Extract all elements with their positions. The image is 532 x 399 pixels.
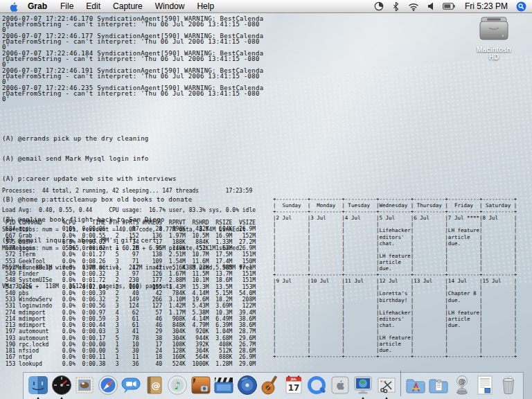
bluetooth-icon	[392, 1, 400, 12]
menu-bar: Grab File Edit Capture Window Help	[0, 0, 532, 13]
itunes-cd-icon: ♪	[166, 374, 188, 396]
mail-stamp-icon	[73, 374, 96, 396]
applications-folder-icon	[405, 374, 427, 396]
dock-item-trash[interactable]	[497, 374, 520, 396]
log-entry: 2006-07-07 17:22:46.235 SyndicationAgent…	[2, 85, 266, 102]
dock-item-system-preferences[interactable]	[329, 374, 351, 396]
dock-item-documents-folder[interactable]	[427, 374, 450, 396]
menu-clock[interactable]: Fri 5:23 PM	[459, 1, 513, 11]
menu-help[interactable]: Help	[190, 1, 220, 11]
dock-item-imovie[interactable]	[213, 374, 235, 396]
trash-full-icon	[497, 374, 520, 396]
dock-item-iphoto[interactable]	[190, 374, 212, 396]
quicktime-q-icon	[305, 374, 328, 396]
ichat-bubble-icon	[120, 374, 142, 396]
idvd-disc-icon	[236, 374, 258, 396]
dock-item-safari[interactable]	[97, 374, 119, 396]
document-icon	[474, 374, 496, 396]
grab-scissors-icon	[375, 374, 398, 396]
monitor-globe-icon	[352, 374, 374, 396]
dock-divider	[400, 371, 401, 396]
stats-line: Processes: 44 total, 2 running, 42 sleep…	[2, 188, 256, 194]
svg-text:JUL: JUL	[290, 378, 296, 381]
finder-icon	[27, 374, 49, 396]
ical-calendar-icon: JUL 17	[283, 374, 305, 396]
battery-icon	[443, 2, 455, 10]
svg-text:17: 17	[287, 383, 299, 393]
desktop-icon-macintosh-hd[interactable]: Macintosh HD	[471, 17, 517, 61]
dock-item-address-book[interactable]: @	[143, 374, 166, 396]
dock: @ ♪	[23, 372, 524, 399]
dock-item-finder[interactable]	[27, 374, 49, 396]
spotlight-icon	[516, 1, 526, 12]
clock-icon	[374, 1, 384, 11]
dock-item-grab[interactable]	[375, 374, 398, 396]
dock-item-applications-folder[interactable]	[405, 374, 427, 396]
log-entry: 2006-07-07 17:22:46.191 SyndicationAgent…	[2, 68, 266, 85]
dock-item-geektool[interactable]	[352, 374, 374, 396]
svg-text:♪: ♪	[174, 380, 181, 392]
svg-text:@: @	[151, 380, 160, 391]
dock-item-dashboard[interactable]	[51, 374, 73, 396]
spotlight-button[interactable]	[516, 1, 526, 12]
geeklet-ascii-calendar: +----------+----------+----------+------…	[273, 196, 517, 360]
stats-line: Load Avg: 0.40, 0.55, 0.44 CPU usage: 16…	[2, 207, 256, 213]
imovie-clapperboard-icon	[213, 374, 235, 396]
log-entry: 2006-07-07 17:22:46.177 SyndicationAgent…	[2, 33, 266, 50]
hd-label: Macintosh HD	[471, 46, 517, 61]
safari-compass-icon	[97, 374, 119, 396]
menu-file[interactable]: File	[54, 1, 80, 11]
menu-extra-clock[interactable]	[370, 1, 388, 11]
geeklet-process-table: PID COMMAND %CPU TIME #TH #PRTS #MREGS R…	[2, 220, 256, 367]
dock-item-at-stamp[interactable]: @	[451, 374, 473, 396]
dock-item-document[interactable]	[474, 374, 496, 396]
menu-extra-battery[interactable]	[438, 2, 459, 10]
system-preferences-icon	[329, 374, 351, 396]
log-entry: 2006-07-07 17:22:46.184 SyndicationAgent…	[2, 51, 266, 67]
menu-app-name[interactable]: Grab	[24, 1, 54, 11]
geeklet-system-log: 2006-07-07 17:22:46.170 SyndicationAgent…	[2, 16, 266, 103]
menu-window[interactable]: Window	[149, 1, 191, 11]
volume-icon	[427, 2, 434, 10]
dock-item-mail[interactable]	[73, 374, 96, 396]
menu-edit[interactable]: Edit	[80, 1, 107, 11]
hard-drive-icon	[477, 17, 511, 42]
dock-item-ical[interactable]: JUL 17	[283, 374, 305, 396]
menu-extra-bluetooth[interactable]	[388, 1, 404, 12]
dashboard-gauge-icon	[51, 374, 73, 396]
at-stamp-icon: @	[451, 374, 473, 396]
dock-item-itunes[interactable]: ♪	[166, 374, 188, 396]
dock-item-idvd[interactable]	[236, 374, 258, 396]
dock-item-ichat[interactable]	[120, 374, 142, 396]
svg-text:@: @	[458, 377, 466, 386]
apple-menu[interactable]	[8, 1, 18, 12]
dock-item-garageband[interactable]	[259, 374, 281, 396]
garageband-guitar-icon	[259, 374, 281, 396]
apple-icon	[8, 1, 18, 12]
todo-item: (A) @errands pick up the dry cleaning	[2, 136, 193, 143]
menu-extra-wifi[interactable]	[404, 2, 423, 11]
menu-capture[interactable]: Capture	[107, 1, 149, 11]
documents-folder-icon	[427, 374, 450, 396]
todo-item: (A) @email send Mark Mysql login info	[2, 156, 193, 163]
menu-extra-volume[interactable]	[423, 2, 438, 10]
address-book-icon: @	[143, 374, 166, 396]
iphoto-icon	[190, 374, 212, 396]
wifi-icon	[408, 2, 419, 11]
dock-item-quicktime[interactable]	[305, 374, 328, 396]
log-entry: 2006-07-07 17:22:46.170 SyndicationAgent…	[2, 16, 266, 33]
